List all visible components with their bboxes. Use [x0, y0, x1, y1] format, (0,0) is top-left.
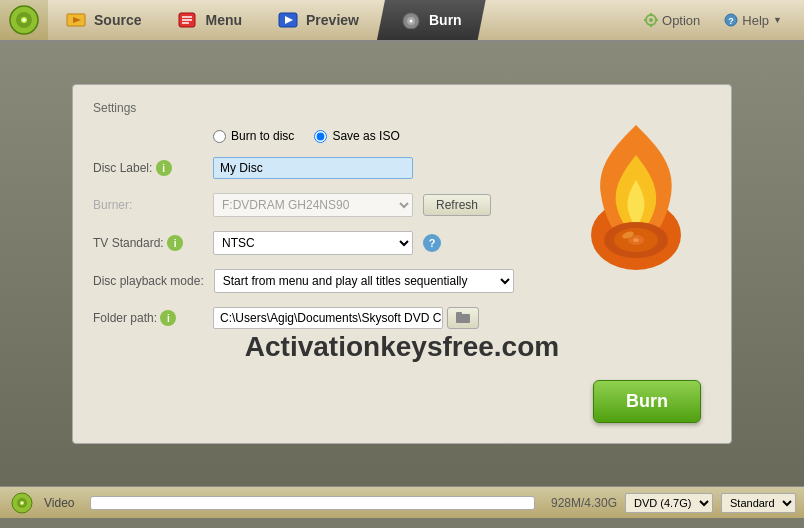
storage-stats: 928M/4.30G	[551, 496, 617, 510]
bottom-bar: Video 928M/4.30G DVD (4.7G) DVD (8.5G) S…	[0, 486, 804, 518]
folder-path-label-text: Folder path: i	[93, 310, 203, 326]
option-button[interactable]: Option	[634, 9, 710, 32]
preview-icon	[278, 11, 298, 29]
disc-playback-label-text: Disc playback mode:	[93, 274, 204, 288]
tab-burn-label: Burn	[429, 12, 462, 28]
flame-svg	[576, 115, 696, 275]
tab-source[interactable]: Source	[48, 0, 159, 40]
svg-rect-20	[655, 19, 658, 21]
source-icon	[66, 11, 86, 29]
svg-point-34	[21, 502, 23, 504]
burn-tab-icon	[401, 11, 421, 29]
tv-standard-help-icon[interactable]: ?	[423, 234, 441, 252]
disc-label-info-icon[interactable]: i	[156, 160, 172, 176]
help-button[interactable]: ? Help ▼	[714, 9, 792, 32]
browse-icon	[456, 311, 470, 323]
svg-rect-18	[650, 24, 652, 27]
disc-playback-select[interactable]: Start from menu and play all titles sequ…	[214, 269, 514, 293]
option-label: Option	[662, 13, 700, 28]
tv-standard-label-text: TV Standard: i	[93, 235, 203, 251]
burn-to-disc-option[interactable]: Burn to disc	[213, 129, 294, 143]
folder-path-value: C:\Users\Agig\Documents\Skysoft DVD Crea…	[213, 307, 443, 329]
burner-select: F:DVDRAM GH24NS90	[213, 193, 413, 217]
refresh-button[interactable]: Refresh	[423, 194, 491, 216]
svg-point-3	[23, 19, 26, 22]
burn-to-disc-label: Burn to disc	[231, 129, 294, 143]
browse-button[interactable]	[447, 307, 479, 329]
tab-menu[interactable]: Menu	[159, 0, 260, 40]
svg-text:?: ?	[729, 16, 735, 26]
tab-preview[interactable]: Preview	[260, 0, 377, 40]
save-as-iso-option[interactable]: Save as ISO	[314, 129, 399, 143]
folder-path-info-icon[interactable]: i	[160, 310, 176, 326]
folder-path-input-wrap: C:\Users\Agig\Documents\Skysoft DVD Crea…	[213, 307, 479, 329]
svg-point-16	[649, 18, 653, 22]
gear-icon	[644, 13, 658, 27]
burn-to-disc-radio[interactable]	[213, 130, 226, 143]
tab-preview-label: Preview	[306, 12, 359, 28]
save-as-iso-radio[interactable]	[314, 130, 327, 143]
nav-right-buttons: Option ? Help ▼	[634, 0, 804, 40]
burner-label-text: Burner:	[93, 198, 203, 212]
tv-standard-select[interactable]: NTSC PAL	[213, 231, 413, 255]
watermark-text: Activationkeysfree.com	[245, 331, 559, 363]
quality-select[interactable]: Standard High Low	[721, 493, 796, 513]
svg-rect-19	[644, 19, 647, 21]
video-tab-label: Video	[44, 496, 74, 510]
settings-title: Settings	[93, 101, 711, 115]
menu-icon	[177, 11, 197, 29]
help-icon: ?	[724, 13, 738, 27]
disc-label-text: Disc Label: i	[93, 160, 203, 176]
svg-point-14	[409, 20, 412, 23]
bottom-disc-icon	[9, 492, 35, 514]
svg-point-29	[633, 238, 639, 242]
disc-type-select[interactable]: DVD (4.7G) DVD (8.5G)	[625, 493, 713, 513]
svg-rect-24	[456, 312, 462, 316]
bottom-logo	[8, 491, 36, 515]
save-as-iso-label: Save as ISO	[332, 129, 399, 143]
help-label: Help	[742, 13, 769, 28]
main-content: Settings Burn to disc Save as ISO Disc L…	[0, 42, 804, 486]
top-navigation: Source Menu Preview Burn	[0, 0, 804, 42]
settings-panel: Settings Burn to disc Save as ISO Disc L…	[72, 84, 732, 444]
output-type-group: Burn to disc Save as ISO	[213, 129, 400, 143]
disc-icon	[8, 4, 40, 36]
burn-button[interactable]: Burn	[593, 380, 701, 423]
bottom-right-controls: 928M/4.30G DVD (4.7G) DVD (8.5G) Standar…	[551, 493, 796, 513]
app-logo	[0, 0, 48, 40]
tv-standard-info-icon[interactable]: i	[167, 235, 183, 251]
svg-rect-17	[650, 13, 652, 16]
tab-menu-label: Menu	[205, 12, 242, 28]
progress-bar	[90, 496, 534, 510]
flame-graphic	[561, 115, 711, 315]
disc-label-input[interactable]	[213, 157, 413, 179]
tab-burn[interactable]: Burn	[377, 0, 486, 40]
help-chevron: ▼	[773, 15, 782, 25]
tab-source-label: Source	[94, 12, 141, 28]
